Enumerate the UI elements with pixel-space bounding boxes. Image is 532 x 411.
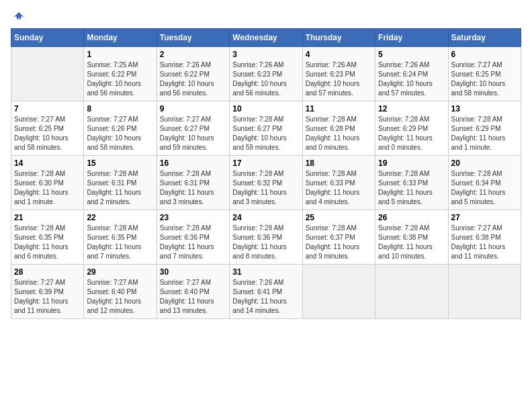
day-number: 14	[14, 158, 81, 168]
calendar-cell: 3Sunrise: 7:26 AMSunset: 6:23 PMDaylight…	[230, 47, 302, 101]
calendar-cell: 11Sunrise: 7:28 AMSunset: 6:28 PMDayligh…	[302, 101, 375, 156]
day-detail: Sunrise: 7:28 AMSunset: 6:32 PMDaylight:…	[232, 169, 299, 207]
calendar-header-row: SundayMondayTuesdayWednesdayThursdayFrid…	[11, 29, 521, 47]
header-cell-thursday: Thursday	[302, 29, 375, 47]
day-detail: Sunrise: 7:28 AMSunset: 6:35 PMDaylight:…	[87, 224, 153, 261]
calendar-cell: 15Sunrise: 7:28 AMSunset: 6:31 PMDayligh…	[84, 156, 157, 210]
header-cell-wednesday: Wednesday	[230, 29, 302, 47]
day-number: 9	[160, 104, 226, 113]
day-number: 20	[451, 158, 518, 168]
day-number: 26	[378, 213, 445, 222]
day-detail: Sunrise: 7:26 AMSunset: 6:22 PMDaylight:…	[160, 60, 226, 98]
calendar-cell: 31Sunrise: 7:26 AMSunset: 6:41 PMDayligh…	[230, 265, 302, 319]
calendar-cell: 21Sunrise: 7:28 AMSunset: 6:35 PMDayligh…	[11, 210, 84, 265]
calendar-table: SundayMondayTuesdayWednesdayThursdayFrid…	[11, 28, 521, 319]
header-cell-monday: Monday	[84, 29, 157, 47]
day-detail: Sunrise: 7:28 AMSunset: 6:33 PMDaylight:…	[306, 169, 372, 207]
day-detail: Sunrise: 7:28 AMSunset: 6:35 PMDaylight:…	[14, 224, 81, 261]
day-detail: Sunrise: 7:27 AMSunset: 6:27 PMDaylight:…	[160, 115, 226, 152]
calendar-cell: 6Sunrise: 7:27 AMSunset: 6:25 PMDaylight…	[448, 47, 521, 101]
calendar-cell: 1Sunrise: 7:25 AMSunset: 6:22 PMDaylight…	[84, 47, 157, 101]
calendar-cell: 19Sunrise: 7:28 AMSunset: 6:33 PMDayligh…	[375, 156, 448, 210]
day-number: 29	[87, 267, 153, 277]
day-number: 21	[14, 213, 81, 222]
day-number: 30	[160, 267, 226, 277]
day-detail: Sunrise: 7:28 AMSunset: 6:27 PMDaylight:…	[232, 115, 299, 152]
day-number: 16	[160, 158, 226, 168]
day-number: 11	[306, 104, 372, 113]
day-detail: Sunrise: 7:25 AMSunset: 6:22 PMDaylight:…	[87, 60, 153, 98]
day-detail: Sunrise: 7:28 AMSunset: 6:36 PMDaylight:…	[160, 224, 226, 261]
day-detail: Sunrise: 7:28 AMSunset: 6:29 PMDaylight:…	[451, 115, 518, 152]
calendar-cell: 10Sunrise: 7:28 AMSunset: 6:27 PMDayligh…	[230, 101, 302, 156]
calendar-cell: 29Sunrise: 7:27 AMSunset: 6:40 PMDayligh…	[84, 265, 157, 319]
day-number: 6	[451, 50, 518, 59]
day-number: 4	[306, 50, 372, 59]
calendar-cell: 14Sunrise: 7:28 AMSunset: 6:30 PMDayligh…	[11, 156, 84, 210]
calendar-cell	[11, 47, 84, 101]
day-detail: Sunrise: 7:28 AMSunset: 6:36 PMDaylight:…	[232, 224, 299, 261]
day-number: 17	[232, 158, 299, 168]
day-detail: Sunrise: 7:28 AMSunset: 6:28 PMDaylight:…	[306, 115, 372, 152]
day-detail: Sunrise: 7:27 AMSunset: 6:38 PMDaylight:…	[451, 224, 518, 261]
day-number: 13	[451, 104, 518, 113]
calendar-cell: 22Sunrise: 7:28 AMSunset: 6:35 PMDayligh…	[84, 210, 157, 265]
day-detail: Sunrise: 7:28 AMSunset: 6:31 PMDaylight:…	[87, 169, 153, 207]
day-number: 1	[87, 50, 153, 59]
day-number: 10	[232, 104, 299, 113]
day-number: 19	[378, 158, 445, 168]
day-number: 28	[14, 267, 81, 277]
day-number: 15	[87, 158, 153, 168]
day-detail: Sunrise: 7:28 AMSunset: 6:33 PMDaylight:…	[378, 169, 445, 207]
calendar-cell: 4Sunrise: 7:26 AMSunset: 6:23 PMDaylight…	[302, 47, 375, 101]
day-number: 24	[232, 213, 299, 222]
calendar-cell: 30Sunrise: 7:27 AMSunset: 6:40 PMDayligh…	[157, 265, 229, 319]
day-number: 22	[87, 213, 153, 222]
header-cell-saturday: Saturday	[448, 29, 521, 47]
day-detail: Sunrise: 7:28 AMSunset: 6:34 PMDaylight:…	[451, 169, 518, 207]
calendar-cell: 24Sunrise: 7:28 AMSunset: 6:36 PMDayligh…	[230, 210, 302, 265]
calendar-cell: 8Sunrise: 7:27 AMSunset: 6:26 PMDaylight…	[84, 101, 157, 156]
calendar-cell: 27Sunrise: 7:27 AMSunset: 6:38 PMDayligh…	[448, 210, 521, 265]
day-number: 8	[87, 104, 153, 113]
day-detail: Sunrise: 7:27 AMSunset: 6:25 PMDaylight:…	[14, 115, 81, 152]
day-detail: Sunrise: 7:28 AMSunset: 6:37 PMDaylight:…	[306, 224, 372, 261]
calendar-cell: 25Sunrise: 7:28 AMSunset: 6:37 PMDayligh…	[302, 210, 375, 265]
calendar-cell	[302, 265, 375, 319]
calendar-cell	[375, 265, 448, 319]
day-detail: Sunrise: 7:27 AMSunset: 6:40 PMDaylight:…	[160, 278, 226, 316]
day-detail: Sunrise: 7:28 AMSunset: 6:38 PMDaylight:…	[378, 224, 445, 261]
day-detail: Sunrise: 7:28 AMSunset: 6:30 PMDaylight:…	[14, 169, 81, 207]
calendar-cell: 17Sunrise: 7:28 AMSunset: 6:32 PMDayligh…	[230, 156, 302, 210]
calendar-cell: 7Sunrise: 7:27 AMSunset: 6:25 PMDaylight…	[11, 101, 84, 156]
day-detail: Sunrise: 7:27 AMSunset: 6:40 PMDaylight:…	[87, 278, 153, 316]
day-number: 18	[306, 158, 372, 168]
calendar-cell: 5Sunrise: 7:26 AMSunset: 6:24 PMDaylight…	[375, 47, 448, 101]
calendar-cell: 2Sunrise: 7:26 AMSunset: 6:22 PMDaylight…	[157, 47, 229, 101]
day-number: 7	[14, 104, 81, 113]
day-number: 27	[451, 213, 518, 222]
header-cell-sunday: Sunday	[11, 29, 84, 47]
header-cell-tuesday: Tuesday	[157, 29, 229, 47]
calendar-cell: 23Sunrise: 7:28 AMSunset: 6:36 PMDayligh…	[157, 210, 229, 265]
day-number: 2	[160, 50, 226, 59]
day-detail: Sunrise: 7:28 AMSunset: 6:31 PMDaylight:…	[160, 169, 226, 207]
day-detail: Sunrise: 7:27 AMSunset: 6:39 PMDaylight:…	[14, 278, 81, 316]
calendar-week-0: 1Sunrise: 7:25 AMSunset: 6:22 PMDaylight…	[11, 47, 521, 101]
day-detail: Sunrise: 7:26 AMSunset: 6:24 PMDaylight:…	[378, 60, 445, 98]
day-number: 3	[232, 50, 299, 59]
calendar-cell: 20Sunrise: 7:28 AMSunset: 6:34 PMDayligh…	[448, 156, 521, 210]
page-header	[11, 11, 521, 21]
calendar-cell	[448, 265, 521, 319]
day-number: 31	[232, 267, 299, 277]
calendar-week-1: 7Sunrise: 7:27 AMSunset: 6:25 PMDaylight…	[11, 101, 521, 156]
logo	[11, 11, 27, 21]
calendar-cell: 28Sunrise: 7:27 AMSunset: 6:39 PMDayligh…	[11, 265, 84, 319]
calendar-week-3: 21Sunrise: 7:28 AMSunset: 6:35 PMDayligh…	[11, 210, 521, 265]
day-number: 25	[306, 213, 372, 222]
calendar-cell: 9Sunrise: 7:27 AMSunset: 6:27 PMDaylight…	[157, 101, 229, 156]
calendar-body: 1Sunrise: 7:25 AMSunset: 6:22 PMDaylight…	[11, 47, 521, 319]
day-number: 12	[378, 104, 445, 113]
day-detail: Sunrise: 7:27 AMSunset: 6:26 PMDaylight:…	[87, 115, 153, 152]
calendar-week-2: 14Sunrise: 7:28 AMSunset: 6:30 PMDayligh…	[11, 156, 521, 210]
